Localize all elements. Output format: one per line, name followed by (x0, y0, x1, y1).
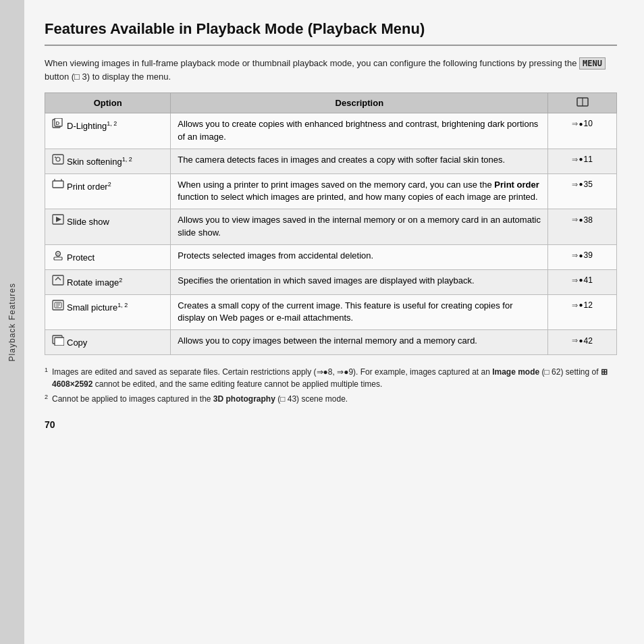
svg-text:n: n (57, 252, 59, 257)
copy-icon (52, 335, 64, 349)
footnote-2-text: Cannot be applied to images captured in … (52, 393, 348, 406)
option-cell-6: Small picture1, 2 (45, 294, 171, 330)
option-label-7: Copy (67, 338, 87, 348)
D-lighting-icon: D (52, 118, 64, 132)
col-header-option: Option (45, 93, 171, 113)
main-content: Features Available in Playback Mode (Pla… (24, 0, 644, 644)
desc-cell-3: Allows you to view images saved in the i… (171, 209, 548, 245)
option-label-1: Skin softening1, 2 (67, 157, 132, 167)
svg-point-6 (56, 157, 60, 161)
svg-point-7 (55, 157, 56, 158)
sidebar-label: Playback Features (7, 283, 17, 361)
intro-text-2: button ( (45, 72, 74, 82)
table-row: Slide showAllows you to view images save… (45, 209, 617, 245)
book-ref-icon (576, 97, 589, 107)
col-header-ref (548, 93, 617, 113)
svg-rect-15 (54, 257, 62, 260)
option-cell-1: Skin softening1, 2 (45, 149, 171, 173)
option-label-0: D-Lighting1, 2 (67, 121, 117, 131)
ref-cell-5: ⇒●41 (548, 269, 617, 294)
ref-cell-4: ⇒●39 (548, 244, 617, 269)
desc-cell-2: When using a printer to print images sav… (171, 173, 548, 209)
ref-cell-6: ⇒●12 (548, 294, 617, 330)
option-cell-3: Slide show (45, 209, 171, 245)
ref-cell-1: ⇒●11 (548, 149, 617, 173)
footnote-1-num: 1 (45, 366, 48, 390)
desc-cell-1: The camera detects faces in images and c… (171, 149, 548, 173)
option-cell-0: DD-Lighting1, 2 (45, 113, 171, 149)
print-order-icon (52, 179, 64, 193)
svg-marker-12 (56, 217, 61, 222)
table-row: Print order2When using a printer to prin… (45, 173, 617, 209)
intro-text-1: When viewing images in full-frame playba… (45, 58, 576, 68)
small-picture-icon (52, 300, 64, 314)
option-label-6: Small picture1, 2 (67, 302, 128, 313)
table-row: nProtectProtects selected images from ac… (45, 244, 617, 269)
footnote-2: 2 Cannot be applied to images captured i… (45, 393, 617, 406)
svg-rect-8 (53, 181, 63, 188)
desc-cell-0: Allows you to create copies with enhance… (171, 113, 548, 149)
option-label-2: Print order2 (67, 182, 111, 192)
footnotes: 1 Images are edited and saved as separat… (45, 366, 617, 406)
desc-cell-5: Specifies the orientation in which saved… (171, 269, 548, 294)
protect-icon: n (52, 250, 64, 264)
svg-text:D: D (56, 120, 60, 126)
col-header-description: Description (171, 93, 548, 113)
footnote-1: 1 Images are edited and saved as separat… (45, 366, 617, 390)
page-header: Features Available in Playback Mode (Pla… (45, 20, 617, 46)
features-table: Option Description DD-Lighting1, 2Allows… (45, 92, 617, 355)
footnote-1-text: Images are edited and saved as separate … (52, 366, 617, 390)
table-row: Small picture1, 2Creates a small copy of… (45, 294, 617, 330)
menu-keyword: MENU (579, 57, 606, 70)
option-cell-5: Rotate image2 (45, 269, 171, 294)
intro-ref: □ 3 (74, 72, 87, 82)
desc-cell-7: Allows you to copy images between the in… (171, 330, 548, 355)
table-row: Skin softening1, 2The camera detects fac… (45, 149, 617, 173)
intro-paragraph: When viewing images in full-frame playba… (45, 57, 617, 83)
skin-softening-icon (52, 154, 64, 168)
table-row: DD-Lighting1, 2Allows you to create copi… (45, 113, 617, 149)
footnote-2-num: 2 (45, 393, 48, 406)
ref-cell-3: ⇒●38 (548, 209, 617, 245)
ref-cell-2: ⇒●35 (548, 173, 617, 209)
desc-cell-6: Creates a small copy of the current imag… (171, 294, 548, 330)
option-cell-2: Print order2 (45, 173, 171, 209)
svg-rect-5 (53, 155, 63, 164)
option-label-5: Rotate image2 (67, 277, 122, 288)
option-cell-7: Copy (45, 330, 171, 355)
slide-show-icon (52, 214, 64, 228)
page-number: 70 (45, 419, 617, 430)
sidebar: Playback Features (0, 0, 24, 644)
table-row: CopyAllows you to copy images between th… (45, 330, 617, 355)
option-label-4: Protect (67, 252, 95, 263)
page-title: Features Available in Playback Mode (Pla… (45, 20, 617, 38)
option-label-3: Slide show (67, 217, 109, 227)
rotate-image-icon (52, 275, 64, 289)
option-cell-4: nProtect (45, 244, 171, 269)
desc-cell-4: Protects selected images from accidental… (171, 244, 548, 269)
table-row: Rotate image2Specifies the orientation i… (45, 269, 617, 294)
ref-cell-7: ⇒●42 (548, 330, 617, 355)
svg-rect-23 (55, 338, 64, 346)
intro-text-3: ) to display the menu. (87, 72, 171, 82)
ref-cell-0: ⇒●10 (548, 113, 617, 149)
